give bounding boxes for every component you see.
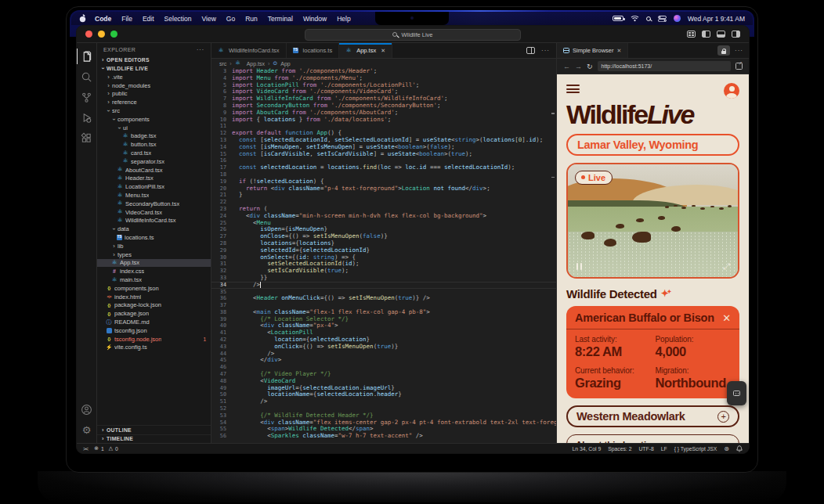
status-item-lf[interactable]: LF: [661, 446, 667, 452]
code-line-34[interactable]: 34 />: [211, 282, 556, 289]
source-control-icon[interactable]: [77, 87, 97, 107]
tree-item-tsconfig.node.json[interactable]: {}tsconfig.node.json1: [97, 335, 211, 344]
tree-item-App.tsx[interactable]: ⚛App.tsx: [97, 259, 211, 268]
open-editors-section[interactable]: ›OPEN EDITORS: [97, 56, 211, 64]
menubar-item-view[interactable]: View: [202, 15, 216, 23]
tree-item-separator.tsx[interactable]: ⚛separator.tsx: [97, 157, 211, 166]
search-icon[interactable]: [77, 67, 97, 87]
tree-item-ui[interactable]: ›ui: [97, 124, 211, 132]
tree-item-vite.config.ts[interactable]: ⚡vite.config.ts: [97, 344, 211, 352]
tree-item-index.css[interactable]: #index.css: [97, 267, 211, 275]
avatar[interactable]: [724, 83, 739, 99]
tree-item-index.html[interactable]: <>index.html: [97, 293, 211, 301]
notifications-bell-icon[interactable]: [736, 445, 743, 452]
apple-menu-icon[interactable]: [79, 14, 86, 23]
toggle-panel-icon[interactable]: [717, 31, 725, 38]
outline-section[interactable]: ›OUTLINE: [97, 425, 211, 434]
tree-item-components[interactable]: ›components: [97, 115, 211, 124]
url-input[interactable]: http://localhost:5173/: [598, 61, 731, 71]
tree-item-components.json[interactable]: {}components.json: [97, 284, 211, 293]
live-video-card[interactable]: Live ⤢: [566, 163, 739, 279]
account-icon[interactable]: [77, 399, 97, 419]
tree-item-src[interactable]: ›src: [97, 106, 211, 115]
split-editor-icon[interactable]: [526, 47, 535, 54]
tree-item-public[interactable]: ›public: [97, 90, 211, 99]
tree-item-AboutCard.tsx[interactable]: ⚛AboutCard.tsx: [97, 166, 211, 175]
code-editor[interactable]: 3import Header from './components/Header…: [211, 68, 556, 443]
tree-item-package-lock.json[interactable]: {}package-lock.json: [97, 301, 211, 310]
toggle-secondary-sidebar-icon[interactable]: [732, 31, 740, 38]
editor-more-actions-icon[interactable]: ···: [541, 47, 550, 54]
tree-item-package.json[interactable]: {}package.json: [97, 309, 211, 318]
tree-item-reference[interactable]: ›reference: [97, 98, 211, 106]
menubar-item-file[interactable]: File: [121, 15, 132, 23]
minimize-window-button[interactable]: [98, 31, 105, 38]
menubar-item-help[interactable]: Help: [337, 15, 350, 23]
browser-back-icon[interactable]: ←: [563, 63, 570, 70]
tree-item-types[interactable]: ›types: [97, 250, 211, 259]
code-line-15[interactable]: 15 const [isCardVisible, setIsCardVisibl…: [211, 151, 556, 158]
copilot-icon[interactable]: ⊛: [724, 445, 729, 452]
breadcrumb-item-src[interactable]: src: [219, 61, 226, 67]
control-center-icon[interactable]: [658, 16, 667, 22]
explorer-icon[interactable]: [77, 46, 97, 67]
tab-App.tsx[interactable]: ⚛App.tsx✕: [339, 43, 392, 58]
siri-icon[interactable]: [674, 15, 681, 22]
western-meadowlark-pill[interactable]: Western Meadowlark +: [566, 405, 739, 427]
tree-item-data[interactable]: ›data: [97, 225, 211, 233]
tab-WildlifeInfoCard.tsx[interactable]: ⚛WildlifeInfoCard.tsx: [211, 43, 287, 58]
close-icon[interactable]: ✕: [381, 48, 385, 54]
code-line-45[interactable]: 45 </div>: [211, 357, 556, 364]
hamburger-menu-icon[interactable]: [566, 83, 580, 93]
code-line-36[interactable]: 36 <Header onMenuClick={() => setIsMenuO…: [211, 295, 556, 302]
expand-icon[interactable]: ⤢: [723, 262, 730, 271]
browser-reload-icon[interactable]: ↻: [587, 63, 593, 70]
tree-item-VideoCard.tsx[interactable]: ⚛VideoCard.tsx: [97, 208, 211, 217]
problems-indicator[interactable]: ⊗1 △0: [94, 445, 118, 452]
tree-item-node_modules[interactable]: ›node_modules: [97, 81, 211, 90]
code-line-56[interactable]: 56 <Sparkles className="w-7 h-7 text-acc…: [211, 433, 556, 440]
command-center-search[interactable]: Wildlife Live: [305, 29, 521, 41]
lock-icon[interactable]: [717, 45, 730, 56]
tab-locations.ts[interactable]: TSlocations.ts: [287, 43, 340, 58]
menubar-item-edit[interactable]: Edit: [143, 15, 154, 23]
code-line-21[interactable]: 21 }: [211, 192, 556, 199]
tree-item-Menu.tsx[interactable]: ⚛Menu.tsx: [97, 191, 211, 200]
tree-item-lib[interactable]: ›lib: [97, 242, 211, 250]
timeline-section[interactable]: ›TIMELINE: [97, 434, 211, 444]
tree-item-WildlifeInfoCard.tsx[interactable]: ⚛WildlifeInfoCard.tsx: [97, 217, 211, 225]
status-item-utf-8[interactable]: UTF-8: [638, 446, 653, 452]
remote-indicator-icon[interactable]: ><: [83, 446, 88, 452]
status-item-ln-34--col-9[interactable]: Ln 34, Col 9: [573, 446, 602, 452]
close-icon[interactable]: ✕: [617, 48, 622, 54]
drag-handle-button[interactable]: [727, 381, 746, 405]
menubar-item-terminal[interactable]: Terminal: [268, 15, 293, 23]
settings-gear-icon[interactable]: ⚙: [77, 419, 97, 440]
tab-simple-browser[interactable]: Simple Browser ✕: [557, 43, 628, 58]
customize-layout-icon[interactable]: [687, 31, 696, 38]
tree-item-SecondaryButton.tsx[interactable]: ⚛SecondaryButton.tsx: [97, 200, 211, 208]
run-debug-icon[interactable]: [77, 107, 97, 128]
menubar-item-window[interactable]: Window: [303, 15, 327, 23]
status-item-----typescript-jsx[interactable]: { } TypeScript JSX: [674, 446, 717, 452]
tree-item-.vite[interactable]: ›.vite: [97, 73, 211, 81]
menubar-item-run[interactable]: Run: [245, 15, 258, 23]
menubar-item-go[interactable]: Go: [226, 15, 235, 23]
pause-button[interactable]: [576, 263, 582, 270]
browser-forward-icon[interactable]: →: [575, 63, 582, 70]
tree-item-LocationPill.tsx[interactable]: ⚛LocationPill.tsx: [97, 182, 211, 191]
close-icon[interactable]: ✕: [722, 312, 731, 324]
code-line-17[interactable]: 17 const selectedLocation = locations.fi…: [211, 164, 556, 171]
tree-item-badge.tsx[interactable]: ⚛badge.tsx: [97, 132, 211, 141]
location-pill[interactable]: Lamar Valley, Wyoming: [566, 134, 739, 156]
tree-item-card.tsx[interactable]: ⚛card.tsx: [97, 149, 211, 157]
battery-icon[interactable]: [613, 16, 623, 21]
tree-item-button.tsx[interactable]: ⚛button.tsx: [97, 140, 211, 149]
code-line-20[interactable]: 20 return <div className="p-4 text-foreg…: [211, 185, 556, 193]
menubar-item-code[interactable]: Code: [95, 15, 111, 23]
breadcrumb-item-App[interactable]: App: [280, 61, 290, 67]
status-item-spaces--2[interactable]: Spaces: 2: [608, 446, 631, 452]
code-line-33[interactable]: 33 }}: [211, 275, 556, 282]
menubar-clock[interactable]: Wed Apr 1 9:41 AM: [688, 15, 745, 23]
breadcrumb-item-App.tsx[interactable]: App.tsx: [247, 61, 265, 67]
